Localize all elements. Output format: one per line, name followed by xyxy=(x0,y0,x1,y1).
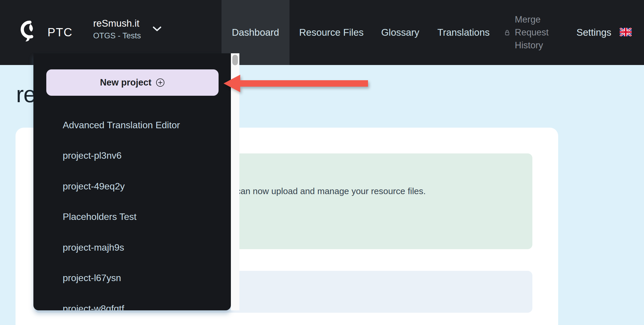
new-project-button-label: New project xyxy=(100,77,151,88)
nav-item-glossary-label: Glossary xyxy=(381,27,419,38)
uk-flag-icon[interactable] xyxy=(620,28,632,36)
nav-item-glossary[interactable]: Glossary xyxy=(378,0,422,65)
project-switcher-subtitle: OTGS - Tests xyxy=(93,31,141,40)
nav-item-translations[interactable]: Translations xyxy=(432,0,495,65)
brand-name: PTC xyxy=(47,26,73,38)
nav-item-settings-label: Settings xyxy=(576,27,611,38)
project-list-item[interactable]: project-pl3nv6 xyxy=(33,141,231,171)
project-list: Advanced Translation Editor project-pl3n… xyxy=(33,110,231,310)
nav-item-translations-label: Translations xyxy=(437,27,490,38)
project-list-item[interactable]: project-w8qfqtf xyxy=(33,293,231,310)
project-switcher-current: reSmush.it xyxy=(93,18,141,29)
chevron-down-icon[interactable] xyxy=(153,26,161,32)
project-list-item[interactable]: Advanced Translation Editor xyxy=(33,110,231,141)
app-screen: re can now upload and manage your resour… xyxy=(0,0,644,325)
nav-item-resource-files[interactable]: Resource Files xyxy=(295,0,368,65)
page-title: re xyxy=(16,83,36,106)
project-list-item[interactable]: project-49eq2y xyxy=(33,171,231,202)
red-arrow-pointing-left-icon xyxy=(221,72,371,95)
project-list-item[interactable]: Placeholders Test xyxy=(33,202,231,232)
ptc-logo-icon[interactable] xyxy=(20,20,37,43)
nav-item-settings[interactable]: Settings xyxy=(573,0,614,65)
nav-item-merge-request-history-label: Merge Request History xyxy=(515,13,559,52)
project-list-item[interactable]: project-majh9s xyxy=(33,232,231,263)
project-dropdown-menu: New project Advanced Translation Editor … xyxy=(33,53,231,310)
nav-item-resource-files-label: Resource Files xyxy=(299,27,364,38)
lock-icon xyxy=(505,30,510,36)
plus-circle-icon xyxy=(156,78,165,87)
dropdown-scrollbar-thumb[interactable] xyxy=(232,55,238,65)
nav-item-dashboard-label: Dashboard xyxy=(232,27,279,38)
project-switcher[interactable]: reSmush.it OTGS - Tests xyxy=(93,18,141,40)
success-alert-message: can now upload and manage your resource … xyxy=(236,186,426,196)
nav-item-merge-request-history: Merge Request History xyxy=(515,0,559,65)
project-list-item[interactable]: project-l67ysn xyxy=(33,263,231,294)
new-project-button[interactable]: New project xyxy=(46,69,219,96)
